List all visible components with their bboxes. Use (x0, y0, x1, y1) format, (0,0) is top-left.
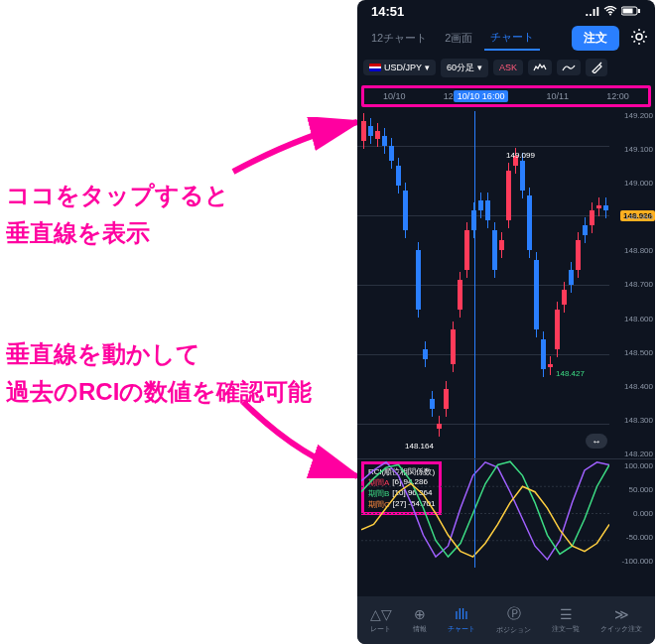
indicator-button[interactable] (528, 60, 552, 75)
list-icon: ☰ (560, 606, 573, 622)
nav-info[interactable]: ⊕情報 (413, 606, 427, 634)
anno-line: ココをタップすると (6, 177, 229, 214)
bottom-nav: △▽レート ⊕情報 ıllıチャート Ⓟポジション ☰注文一覧 ≫クイック注文 (357, 596, 655, 644)
draw-tool-button[interactable] (586, 59, 607, 76)
ask-toggle[interactable]: ASK (493, 60, 523, 75)
top-tabs: 12チャート 2画面 チャート 注文 (357, 22, 655, 54)
annotation-overlay: ココをタップすると 垂直線を表示 垂直線を動かして 過去のRCIの数値を確認可能 (0, 0, 352, 644)
rci-panel[interactable]: RCI(順位相関係数) 期間A[6] 94.286 期間B[10] 96.364… (357, 458, 655, 568)
svg-point-0 (609, 13, 611, 15)
flag-icon (369, 64, 381, 71)
rci-lines (361, 459, 609, 568)
candles (361, 111, 609, 458)
signal-icon: ..ıl (586, 4, 599, 19)
price-label: 149.099 (506, 151, 535, 160)
chart-type-button[interactable] (557, 60, 581, 75)
price-label: 148.427 (556, 369, 585, 378)
ruler-date: 1210/10 16:00 (444, 91, 509, 101)
vertical-crosshair-rci[interactable] (474, 459, 475, 568)
pair-selector[interactable]: USD/JPY▾ (363, 60, 436, 75)
ruler-date: 10/11 (547, 91, 570, 101)
order-button[interactable]: 注文 (572, 26, 619, 51)
time-ruler[interactable]: 10/10 1210/10 16:00 10/11 12:00 (361, 85, 651, 107)
anno-line: 垂直線を動かして (6, 335, 312, 373)
nav-position[interactable]: Ⓟポジション (496, 605, 531, 635)
price-label: 148.164 (405, 442, 434, 451)
chart-toolbar: USD/JPY▾ 60分足▾ ASK (357, 54, 655, 81)
arrow-to-ruler-icon (228, 117, 367, 177)
tab-12chart[interactable]: 12チャート (365, 27, 433, 50)
chevron-down-icon: ▾ (477, 63, 482, 72)
battery-icon (621, 4, 641, 19)
nav-orders[interactable]: ☰注文一覧 (552, 606, 580, 634)
forward-icon: ≫ (614, 606, 629, 622)
ruler-date: 10/10 (383, 91, 406, 101)
globe-icon: ⊕ (414, 606, 426, 622)
svg-rect-3 (623, 8, 633, 13)
selected-time: 10/10 16:00 (454, 90, 509, 102)
tab-chart[interactable]: チャート (484, 26, 540, 51)
chart-icon: ıllı (455, 606, 468, 622)
position-icon: Ⓟ (507, 605, 521, 623)
clock: 14:51 (371, 4, 404, 19)
arrow-to-rci-icon (228, 397, 367, 486)
tab-2screen[interactable]: 2画面 (439, 27, 478, 50)
rate-icon: △▽ (370, 606, 392, 622)
timeframe-selector[interactable]: 60分足▾ (441, 59, 488, 77)
status-icons: ..ıl (586, 4, 641, 19)
svg-point-4 (636, 34, 642, 40)
candlestick-chart[interactable]: 149.099 148.427 148.164 148.926 149.2001… (357, 111, 655, 458)
ruler-date: 12:00 (606, 91, 629, 101)
phone-screen: 14:51 ..ıl 12チャート 2画面 チャート 注文 USD/JPY▾ 6… (357, 0, 655, 644)
rci-y-axis: 100.00050.0000.000-50.000-100.000 (611, 459, 653, 568)
svg-rect-2 (638, 9, 640, 13)
status-bar: 14:51 ..ıl (357, 0, 655, 22)
wifi-icon (603, 4, 617, 19)
pair-label: USD/JPY (384, 63, 422, 72)
chevron-down-icon: ▾ (425, 63, 430, 72)
nav-rate[interactable]: △▽レート (370, 606, 392, 634)
gear-icon[interactable] (631, 29, 647, 48)
annotation-tap-hint: ココをタップすると 垂直線を表示 (6, 177, 229, 253)
price-y-axis: 149.200149.100149.000148.900148.800148.7… (611, 111, 653, 458)
expand-button[interactable]: ↔ (586, 434, 607, 449)
nav-quick[interactable]: ≫クイック注文 (600, 606, 642, 634)
nav-chart[interactable]: ıllıチャート (448, 606, 475, 634)
timeframe-label: 60分足 (447, 62, 474, 74)
anno-line: 垂直線を表示 (6, 214, 229, 252)
